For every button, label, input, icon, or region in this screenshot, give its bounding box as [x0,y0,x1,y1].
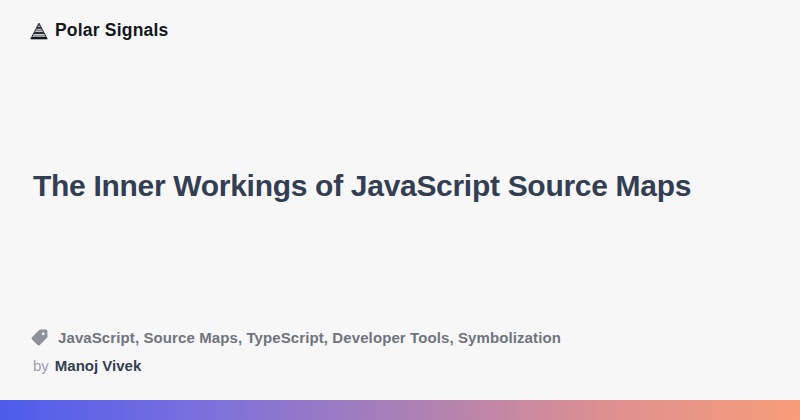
byline-prefix: by [33,357,49,374]
tags-row: JavaScript, Source Maps, TypeScript, Dev… [30,328,561,347]
page-title: The Inner Workings of JavaScript Source … [33,165,713,207]
byline-author: Manoj Vivek [55,357,141,374]
brand-logo: Polar Signals [30,20,168,41]
tags-text: JavaScript, Source Maps, TypeScript, Dev… [58,329,561,346]
byline: by Manoj Vivek [33,357,141,374]
polar-signals-mountain-icon [30,22,48,40]
brand-name: Polar Signals [55,20,168,41]
tag-icon [30,328,49,347]
bottom-gradient-bar [0,400,800,420]
